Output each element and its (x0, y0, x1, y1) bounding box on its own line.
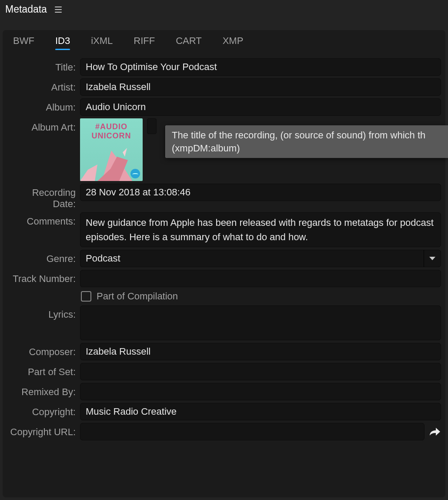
svg-marker-2 (80, 164, 97, 181)
label-copyright: Copyright: (7, 403, 76, 418)
tab-riff[interactable]: RIFF (134, 35, 155, 49)
label-track-number: Track Number: (7, 270, 76, 285)
title-input[interactable]: How To Optimise Your Podcast (80, 58, 441, 76)
tab-xmp[interactable]: XMP (223, 35, 244, 49)
label-album-art: Album Art: (7, 118, 76, 133)
label-recording-date: Recording Date: (7, 184, 76, 210)
album-art-text-1: #AUDIO (95, 123, 127, 131)
genre-input[interactable]: Podcast (80, 250, 424, 267)
label-composer: Composer: (7, 343, 76, 358)
tab-bar: BWF ID3 iXML RIFF CART XMP (3, 35, 445, 56)
label-title: Title: (7, 58, 76, 73)
panel-title: Metadata (5, 3, 47, 15)
chevron-down-icon (429, 257, 435, 260)
recording-date-input[interactable]: 28 Nov 2018 at 13:08:46 (80, 184, 441, 201)
label-lyrics: Lyrics: (7, 305, 76, 320)
field-tooltip: The title of the recording, (or source o… (165, 125, 448, 158)
add-album-art-button[interactable] (147, 118, 157, 134)
tab-ixml[interactable]: iXML (91, 35, 113, 49)
lyrics-input[interactable] (80, 305, 441, 340)
tab-cart[interactable]: CART (176, 35, 202, 49)
brand-badge-icon (130, 169, 140, 178)
part-of-compilation-checkbox[interactable] (81, 291, 91, 302)
label-comments: Comments: (7, 212, 76, 227)
label-artist: Artist: (7, 78, 76, 93)
tab-id3[interactable]: ID3 (55, 35, 70, 49)
label-album: Album: (7, 98, 76, 113)
album-art-text-2: UNICORN (92, 132, 131, 140)
share-arrow-icon (429, 427, 441, 436)
label-genre: Genre: (7, 250, 76, 265)
track-number-input[interactable] (80, 270, 441, 287)
comments-input[interactable]: New guidance from Apple has been release… (80, 212, 441, 247)
album-input[interactable]: Audio Unicorn (80, 98, 441, 116)
copyright-input[interactable]: Music Radio Creative (80, 403, 441, 420)
genre-dropdown-button[interactable] (424, 250, 441, 267)
artist-input[interactable]: Izabela Russell (80, 78, 441, 96)
composer-input[interactable]: Izabela Russell (80, 343, 441, 360)
svg-marker-3 (123, 148, 127, 157)
label-copyright-url: Copyright URL: (7, 423, 76, 438)
label-part-of-compilation: Part of Compilation (97, 291, 178, 302)
part-of-set-input[interactable] (80, 363, 441, 380)
label-part-of-set: Part of Set: (7, 363, 76, 378)
album-art-thumbnail[interactable]: #AUDIO UNICORN (80, 118, 143, 181)
remixed-by-input[interactable] (80, 383, 441, 400)
label-remixed-by: Remixed By: (7, 383, 76, 398)
copyright-url-input[interactable] (80, 423, 425, 440)
open-url-button[interactable] (429, 427, 441, 436)
panel-menu-icon[interactable] (53, 5, 64, 14)
tab-bwf[interactable]: BWF (13, 35, 34, 49)
metadata-panel: BWF ID3 iXML RIFF CART XMP Title: How To… (3, 30, 445, 497)
